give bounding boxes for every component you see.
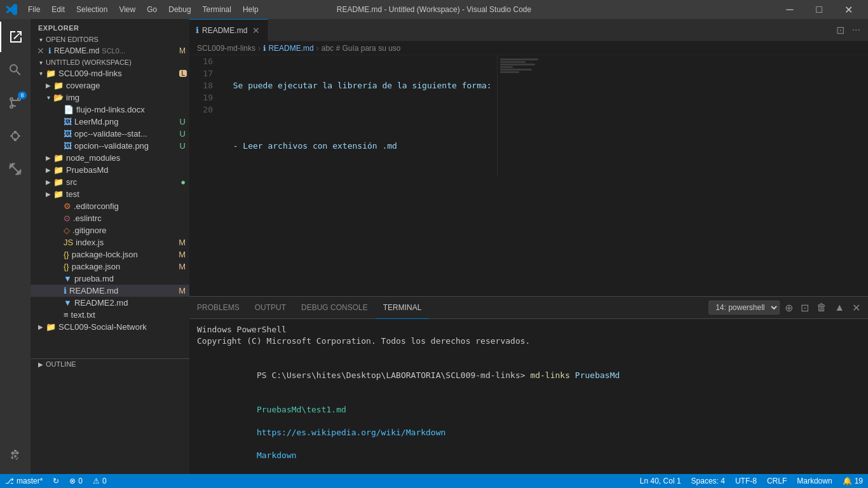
language-status[interactable]: Markdown [792,474,837,488]
menu-go[interactable]: Go [142,4,162,15]
output-tab[interactable]: OUTPUT [247,297,294,319]
spaces-status[interactable]: Spaces: 4 [686,474,730,488]
node-modules-folder[interactable]: ▶ 📁 node_modules [31,152,189,164]
social-network-folder[interactable]: ▶ 📁 SCL009-Social-Network [31,321,189,333]
menu-debug[interactable]: Debug [163,4,196,15]
leermd-badge: U [180,117,186,126]
readme-name: README.md [69,286,179,295]
main-layout: 8 EXPLORER ▾ OPEN EDITORS ✕ ℹ README.md [0,19,868,474]
terminal-tab[interactable]: TERMINAL [376,297,430,319]
minimize-button[interactable]: ─ [775,0,804,19]
minimap-line [500,69,532,71]
close-panel-icon[interactable]: ✕ [850,301,863,315]
source-control-activity-icon[interactable]: 8 [0,88,31,118]
line-ending-text: CRLF [767,477,787,485]
line-numbers: 16 17 18 19 20 [189,55,218,176]
img-folder[interactable]: ▾ 📂 img [31,92,189,104]
split-terminal-icon[interactable]: ⊡ [798,301,811,315]
warning-icon: ⚠ [93,477,100,485]
sync-status[interactable]: ↻ [48,474,64,488]
opc-validate-file[interactable]: ▶ 🖼 opc--validate--stat... U [31,128,189,140]
packagejson-file[interactable]: ▶ {} package.json M [31,261,189,273]
search-activity-icon[interactable] [0,55,31,85]
breadcrumb-root[interactable]: SCL009-md-links [197,44,255,53]
editor-close-icon[interactable]: ✕ [36,46,46,56]
eslintrc-file[interactable]: ▶ ⊙ .eslintrc [31,212,189,224]
pruebamd-file[interactable]: ▶ ▼ prueba.md [31,273,189,285]
warnings-status[interactable]: ⚠ 0 [88,474,112,488]
gitignore-file[interactable]: ▶ ◇ .gitignore [31,224,189,236]
menu-selection[interactable]: Selection [71,4,112,15]
sidebar: EXPLORER ▾ OPEN EDITORS ✕ ℹ README.md SC… [31,19,189,474]
breadcrumb-section[interactable]: abc # Guía para su uso [322,44,401,53]
line-ending-status[interactable]: CRLF [762,474,792,488]
debug-activity-icon[interactable] [0,121,31,151]
json-icon-2: {} [64,262,69,271]
png-icon-1: 🖼 [64,117,72,126]
breadcrumb-file[interactable]: ℹ README.md [263,44,314,53]
statusbar-right: Ln 40, Col 1 Spaces: 4 UTF-8 CRLF Markdo… [635,474,868,488]
readme-tab[interactable]: ℹ README.md ✕ [189,19,268,41]
open-editors-header[interactable]: ▾ OPEN EDITORS [31,34,189,44]
editorconfig-file[interactable]: ▶ ⚙ .editorconfig [31,200,189,212]
menu-view[interactable]: View [114,4,140,15]
readme-tab-icon: ℹ [196,25,199,35]
panel-actions: 14: powershell ⊕ ⊡ 🗑 ▲ ✕ [709,301,868,315]
readme-tab-close[interactable]: ✕ [251,25,261,36]
menu-terminal[interactable]: Terminal [198,4,236,15]
readme-file[interactable]: ▶ ℹ README.md M [31,285,189,297]
encoding-status[interactable]: UTF-8 [730,474,762,488]
terminal-panel: PROBLEMS OUTPUT DEBUG CONSOLE TERMINAL 1… [189,296,868,474]
terminal-content[interactable]: Windows PowerShell Copyright (C) Microso… [189,319,868,474]
texttxt-file[interactable]: ▶ ≡ text.txt [31,309,189,321]
indexjs-file[interactable]: ▶ JS index.js M [31,236,189,248]
notifications-status[interactable]: 🔔 19 [837,474,868,488]
explorer-activity-icon[interactable] [0,22,31,52]
maximize-button[interactable]: □ [804,0,834,19]
extensions-activity-icon[interactable] [0,154,31,184]
tab-actions: ⊡ ··· [834,23,868,37]
source-control-badge: 8 [18,92,27,99]
menu-edit[interactable]: Edit [46,4,70,15]
errors-status[interactable]: ⊗ 0 [64,474,88,488]
menu-help[interactable]: Help [238,4,264,15]
terminal-selector[interactable]: 14: powershell [709,301,780,315]
open-editor-readme[interactable]: ✕ ℹ README.md SCL0... M [31,44,189,57]
texttxt-name: text.txt [71,310,189,320]
editorconfig-icon: ⚙ [64,201,71,211]
leermd-file[interactable]: ▶ 🖼 LeerMd.png U [31,116,189,128]
outline-header[interactable]: ▶ OUTLINE [31,359,189,369]
cursor-position-status[interactable]: Ln 40, Col 1 [635,474,686,488]
minimap-line [500,64,535,65]
git-branch-status[interactable]: ⎇ master* [0,474,48,488]
social-network-name: SCL009-Social-Network [58,322,189,332]
flujo-file[interactable]: ▶ 📄 flujo-md-links.docx [31,104,189,116]
test-folder[interactable]: ▶ 📁 test [31,188,189,200]
git-icon: ⎇ [5,477,14,485]
readme2-file[interactable]: ▶ ▼ README2.md [31,297,189,309]
root-folder[interactable]: ▾ 📁 SCL009-md-links L [31,67,189,79]
terminal-line-1: Windows PowerShell [197,324,860,336]
file-tree: ▾ 📁 SCL009-md-links L ▶ 📁 coverage ▾ 📂 i… [31,67,189,474]
coverage-folder[interactable]: ▶ 📁 coverage [31,79,189,92]
problems-tab[interactable]: PROBLEMS [189,297,247,319]
outline-label: OUTLINE [46,360,76,368]
split-editor-icon[interactable]: ⊡ [834,23,847,37]
close-button[interactable]: ✕ [834,0,863,19]
maximize-panel-icon[interactable]: ▲ [832,301,847,315]
kill-terminal-icon[interactable]: 🗑 [814,301,829,315]
pruebasmd-folder[interactable]: ▶ 📁 PruebasMd [31,164,189,176]
new-terminal-icon[interactable]: ⊕ [782,301,796,315]
breadcrumb-sep-2: › [316,44,319,53]
more-actions-icon[interactable]: ··· [850,23,863,37]
src-folder[interactable]: ▶ 📁 src ● [31,176,189,188]
debug-console-tab[interactable]: DEBUG CONSOLE [294,297,376,319]
workspace-header[interactable]: ▾ UNTITLED (WORKSPACE) [31,57,189,67]
settings-activity-icon[interactable] [0,441,31,471]
warning-count: 0 [102,477,107,485]
menu-file[interactable]: File [23,4,45,15]
packagelock-file[interactable]: ▶ {} package-lock.json M [31,248,189,261]
code-editor: 16 17 18 19 20 Se puede ejecutar la libr… [189,55,868,296]
code-content[interactable]: Se puede ejecutar la librería de la sigu… [218,55,497,176]
opcion-validate-file[interactable]: ▶ 🖼 opcion--validate.png U [31,140,189,152]
